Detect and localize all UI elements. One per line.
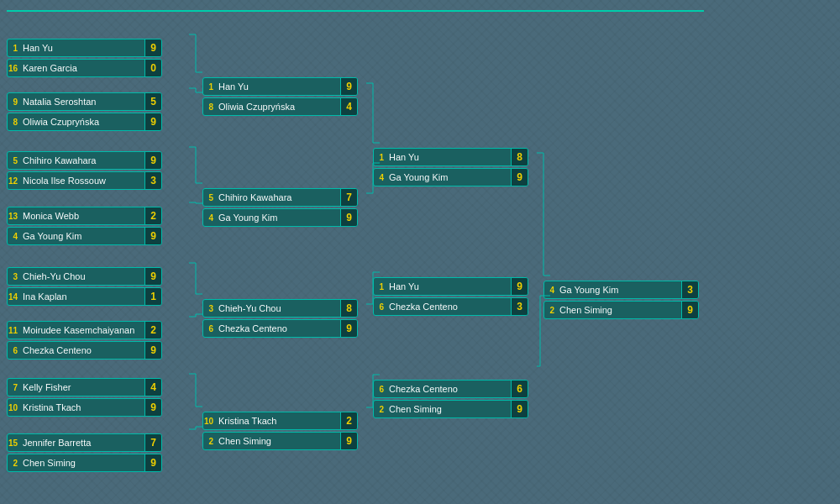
match-entry: 2Chen Siming9 [202,432,358,450]
match-entry: 4Ga Young Kim3 [543,281,699,299]
player-seed: 1 [374,282,386,291]
player-score: 2 [340,412,357,429]
player-name: Jennifer Barretta [19,438,144,448]
player-seed: 6 [374,385,386,394]
player-seed: 4 [544,286,556,295]
player-score: 7 [340,189,357,206]
match-entry: 4Ga Young Kim9 [7,227,162,245]
player-score: 6 [511,381,528,397]
player-score: 9 [144,39,161,56]
player-name: Han Yu [386,152,511,162]
player-name: Chen Siming [386,404,511,414]
player-name: Ina Kaplan [19,291,144,302]
match-entry: 11Moirudee Kasemchaiyanan2 [7,321,162,339]
player-seed: 7 [8,383,19,392]
match-entry: 1Han Yu9 [202,77,358,96]
player-seed: 13 [8,212,19,221]
player-score: 1 [144,288,161,305]
player-score: 5 [144,93,161,110]
player-seed: 15 [8,438,19,448]
match-entry: 1Han Yu9 [7,39,162,57]
player-seed: 4 [203,213,215,223]
player-seed: 8 [203,102,215,112]
player-seed: 6 [203,324,215,333]
player-seed: 3 [8,272,19,281]
match-entry: 9Natalia Seroshtan5 [7,92,162,111]
player-score: 3 [681,281,698,298]
match-entry: 13Monica Webb2 [7,207,162,225]
player-name: Kristina Tkach [215,416,340,426]
player-score: 2 [144,322,161,339]
player-name: Kristina Tkach [19,402,144,412]
player-seed: 6 [8,346,19,355]
match-entry: 5Chihiro Kawahara9 [7,151,162,170]
player-score: 9 [144,268,161,285]
player-score: 9 [144,228,161,244]
player-name: Moirudee Kasemchaiyanan [19,325,144,335]
player-score: 9 [144,342,161,359]
player-name: Monica Webb [19,211,144,221]
player-name: Chen Siming [215,436,340,446]
player-name: Chihiro Kawahara [19,155,144,165]
player-score: 9 [511,401,528,417]
player-seed: 2 [374,405,386,414]
player-name: Ga Young Kim [386,172,511,182]
match-entry: 8Oliwia Czupryńska4 [202,97,358,116]
player-name: Han Yu [19,43,144,53]
player-score: 9 [144,454,161,471]
player-seed: 8 [8,118,19,127]
match-entry: 5Chihiro Kawahara7 [202,188,358,207]
match-entry: 6Chezka Centeno9 [7,341,162,360]
player-score: 7 [144,434,161,451]
match-entry: 1Han Yu8 [373,148,528,166]
match-entry: 8Oliwia Czupryńska9 [7,113,162,131]
player-name: Ga Young Kim [556,285,681,295]
match-entry: 2Chen Siming9 [543,301,699,319]
player-name: Han Yu [215,81,340,92]
match-entry: 2Chen Siming9 [373,400,528,418]
player-name: Oliwia Czupryńska [19,117,144,127]
player-seed: 4 [374,173,386,182]
match-entry: 12Nicola Ilse Rossouw3 [7,171,162,190]
match-entry: 15Jennifer Barretta7 [7,433,162,452]
match-entry: 7Kelly Fisher4 [7,378,162,396]
player-seed: 11 [8,326,19,335]
player-name: Chieh-Yu Chou [215,303,340,313]
header-final [536,7,704,12]
player-score: 9 [144,152,161,169]
header-last16 [7,7,200,12]
match-entry: 2Chen Siming9 [7,454,162,472]
player-name: Han Yu [386,281,511,291]
match-entry: 10Kristina Tkach9 [7,398,162,417]
player-seed: 14 [8,292,19,302]
player-name: Oliwia Czupryńska [215,102,340,112]
player-name: Chen Siming [556,305,681,315]
player-score: 9 [340,209,357,226]
player-name: Nicola Ilse Rossouw [19,176,144,186]
match-entry: 16Karen Garcia0 [7,59,162,77]
player-seed: 1 [8,44,19,53]
player-score: 0 [144,60,161,76]
player-seed: 3 [203,304,215,313]
player-name: Ga Young Kim [19,231,144,241]
player-score: 2 [144,207,161,224]
player-score: 9 [681,302,698,318]
player-score: 9 [511,169,528,186]
header-quarter [200,7,368,12]
player-seed: 9 [8,97,19,107]
match-entry: 10Kristina Tkach2 [202,412,358,430]
player-seed: 1 [374,153,386,162]
player-score: 4 [340,98,357,115]
player-seed: 12 [8,176,19,186]
match-entry: 4Ga Young Kim9 [373,168,528,186]
match-entry: 6Chezka Centeno6 [373,380,528,398]
player-score: 9 [340,78,357,95]
player-score: 8 [511,149,528,165]
player-score: 4 [144,379,161,396]
player-score: 3 [511,298,528,315]
match-entry: 4Ga Young Kim9 [202,208,358,227]
player-score: 3 [144,172,161,189]
player-score: 9 [144,113,161,130]
player-seed: 2 [203,437,215,446]
player-name: Chezka Centeno [386,302,511,312]
